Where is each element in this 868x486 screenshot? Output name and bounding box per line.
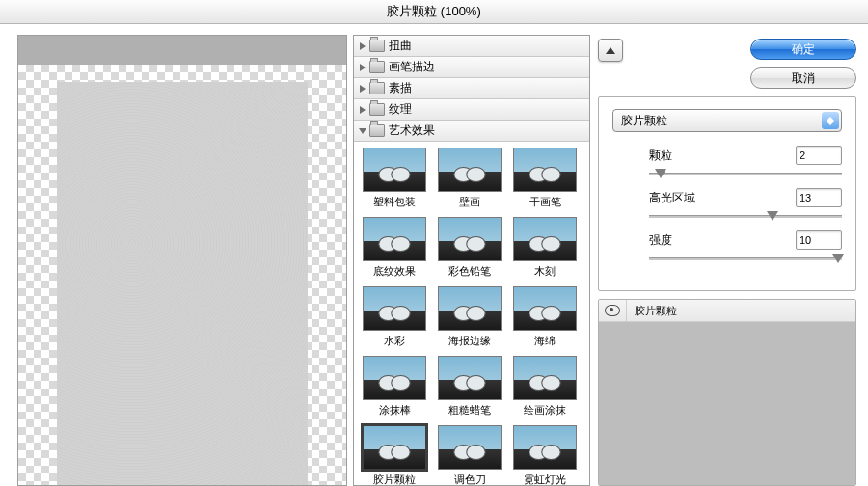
filter-thumbnail-grid: 塑料包装壁画干画笔底纹效果彩色铅笔木刻水彩海报边缘海绵涂抹棒粗糙蜡笔绘画涂抹胶片… xyxy=(354,142,589,486)
thumbnail-label: 绘画涂抹 xyxy=(524,403,566,418)
thumbnail-label: 海报边缘 xyxy=(448,334,491,348)
slider-knob[interactable] xyxy=(832,254,844,263)
ok-cancel-stack: 确定 取消 xyxy=(750,39,856,89)
slider-value-input[interactable] xyxy=(796,188,842,207)
torus-icon xyxy=(524,231,566,256)
preview-grain-effect xyxy=(57,82,308,485)
effect-layers-panel: 胶片颗粒 xyxy=(598,299,856,486)
effect-layer-row[interactable]: 胶片颗粒 xyxy=(599,300,855,322)
svg-point-13 xyxy=(392,306,411,320)
svg-point-9 xyxy=(467,236,486,251)
thumbnail-image xyxy=(438,425,502,470)
ok-button[interactable]: 确定 xyxy=(750,39,856,60)
svg-point-15 xyxy=(467,306,486,320)
slider-value-input[interactable] xyxy=(796,146,842,165)
svg-point-7 xyxy=(392,236,411,251)
folder-icon xyxy=(369,103,385,116)
torus-icon xyxy=(373,162,416,187)
svg-point-3 xyxy=(467,167,486,181)
parameters-group: 胶片颗粒 颗粒高光区域强度 xyxy=(598,96,856,291)
category-row[interactable]: 纹理 xyxy=(354,99,589,121)
thumbnail-label: 干画笔 xyxy=(529,195,561,209)
thumbnail-label: 底纹效果 xyxy=(373,264,416,279)
category-row[interactable]: 素描 xyxy=(354,78,589,99)
thumbnail-label: 粗糙蜡笔 xyxy=(448,403,491,418)
filter-thumbnail[interactable]: 海绵 xyxy=(510,286,580,348)
torus-icon xyxy=(373,370,416,395)
folder-icon xyxy=(369,124,385,137)
thumbnail-label: 壁画 xyxy=(459,195,480,209)
slider-row: 高光区域 xyxy=(649,188,842,223)
folder-icon xyxy=(369,61,385,73)
filter-thumbnail[interactable]: 木刻 xyxy=(510,217,580,279)
filter-thumbnail[interactable]: 霓虹灯光 xyxy=(510,425,580,486)
category-label: 艺术效果 xyxy=(389,121,435,141)
preview-panel xyxy=(17,35,347,486)
filter-thumbnail[interactable]: 彩色铅笔 xyxy=(435,217,504,279)
filter-thumbnail[interactable]: 干画笔 xyxy=(510,148,580,209)
category-row[interactable]: 扭曲 xyxy=(354,36,589,57)
controls-panel: 确定 取消 胶片颗粒 颗粒高光区域强度 胶片颗粒 xyxy=(596,35,858,486)
visibility-toggle[interactable] xyxy=(599,300,627,321)
torus-icon xyxy=(524,440,566,465)
svg-point-5 xyxy=(542,167,561,181)
preview-canvas[interactable] xyxy=(17,35,347,486)
folder-icon xyxy=(369,40,385,52)
svg-point-25 xyxy=(392,445,411,459)
thumbnail-label: 调色刀 xyxy=(454,472,486,486)
slider-track[interactable] xyxy=(649,209,842,223)
thumbnail-image xyxy=(438,217,502,261)
filter-thumbnail[interactable]: 绘画涂抹 xyxy=(510,356,580,418)
thumbnail-image xyxy=(513,217,577,261)
torus-icon xyxy=(448,370,491,395)
filter-thumbnail[interactable]: 胶片颗粒 xyxy=(360,425,429,486)
torus-icon xyxy=(524,370,566,395)
category-row[interactable]: 艺术效果 xyxy=(354,121,589,142)
category-row[interactable]: 画笔描边 xyxy=(354,57,589,78)
svg-point-29 xyxy=(542,445,561,459)
collapse-tree-button[interactable] xyxy=(598,39,623,62)
thumbnail-label: 木刻 xyxy=(534,264,556,279)
thumbnail-image xyxy=(513,286,577,331)
slider-label: 高光区域 xyxy=(649,190,695,206)
filter-select[interactable]: 胶片颗粒 xyxy=(612,109,842,132)
slider-track[interactable] xyxy=(649,167,842,180)
filter-thumbnail[interactable]: 塑料包装 xyxy=(360,148,429,209)
thumbnail-image xyxy=(438,356,502,400)
torus-icon xyxy=(373,440,416,465)
slider-rail xyxy=(649,215,842,218)
svg-point-11 xyxy=(542,236,561,251)
slider-knob[interactable] xyxy=(767,211,778,221)
category-label: 素描 xyxy=(389,78,412,98)
slider-value-input[interactable] xyxy=(796,230,842,250)
thumbnail-image xyxy=(363,425,426,470)
torus-icon xyxy=(448,440,491,465)
thumbnail-image xyxy=(363,286,426,331)
filter-thumbnail[interactable]: 调色刀 xyxy=(435,425,504,486)
folder-icon xyxy=(369,82,385,94)
filter-tree[interactable]: 扭曲画笔描边素描纹理艺术效果塑料包装壁画干画笔底纹效果彩色铅笔木刻水彩海报边缘海… xyxy=(353,35,590,486)
thumbnail-label: 彩色铅笔 xyxy=(448,264,491,279)
slider-track[interactable] xyxy=(649,252,842,265)
svg-point-27 xyxy=(467,445,486,459)
filter-thumbnail[interactable]: 壁画 xyxy=(435,148,504,209)
filter-thumbnail[interactable]: 涂抹棒 xyxy=(360,356,429,418)
svg-point-19 xyxy=(392,375,411,390)
slider-rail xyxy=(649,173,842,176)
thumbnail-image xyxy=(363,356,426,400)
slider-knob[interactable] xyxy=(655,169,666,178)
filter-thumbnail[interactable]: 水彩 xyxy=(360,286,429,348)
slider-label: 强度 xyxy=(649,232,672,249)
thumbnail-label: 霓虹灯光 xyxy=(524,472,566,486)
filter-thumbnail[interactable]: 海报边缘 xyxy=(435,286,504,348)
svg-point-21 xyxy=(467,375,486,390)
disclosure-triangle-icon xyxy=(360,42,366,50)
window-title: 胶片颗粒 (100%) xyxy=(0,0,868,24)
thumbnail-label: 涂抹棒 xyxy=(379,403,411,418)
filter-thumbnail[interactable]: 粗糙蜡笔 xyxy=(435,356,504,418)
thumbnail-image xyxy=(438,286,502,331)
cancel-button[interactable]: 取消 xyxy=(750,68,856,89)
svg-point-1 xyxy=(392,167,411,181)
filter-thumbnail[interactable]: 底纹效果 xyxy=(360,217,429,279)
torus-icon xyxy=(373,231,416,256)
